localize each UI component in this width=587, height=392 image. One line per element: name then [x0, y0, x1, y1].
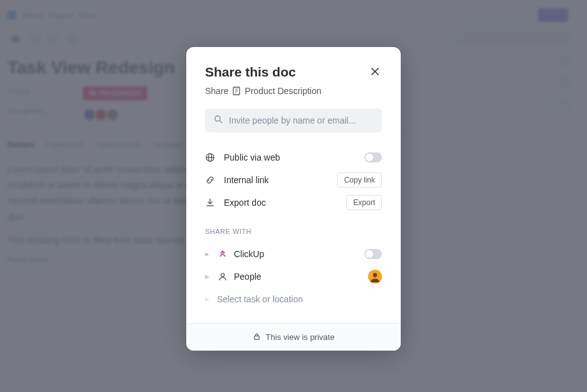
share-row-select[interactable]: ▶ Select task or location [205, 288, 382, 310]
footer-text: This view is private [266, 332, 335, 342]
export-button[interactable]: Export [346, 195, 382, 210]
option-export-label: Export doc [224, 198, 339, 208]
caret-icon: ▶ [205, 296, 211, 302]
option-internal-label: Internal link [224, 175, 330, 185]
document-icon [233, 87, 240, 95]
share-select-label: Select task or location [217, 294, 382, 304]
breadcrumb-doc: Product Description [245, 86, 321, 96]
caret-icon: ▶ [205, 251, 211, 257]
download-icon [205, 198, 216, 208]
share-row-clickup[interactable]: ▶ ClickUp [205, 243, 382, 265]
svg-rect-7 [374, 277, 377, 279]
public-toggle[interactable] [364, 152, 382, 162]
copy-link-button[interactable]: Copy link [337, 172, 382, 188]
share-clickup-label: ClickUp [234, 249, 359, 259]
close-button[interactable] [368, 65, 382, 78]
share-row-people[interactable]: ▶ People [205, 265, 382, 288]
option-public: Public via web [205, 146, 382, 169]
lock-icon [253, 332, 261, 342]
search-icon [214, 115, 223, 126]
caret-icon: ▶ [205, 273, 211, 280]
link-icon [205, 175, 216, 185]
svg-point-6 [373, 273, 377, 277]
breadcrumb-prefix: Share [205, 86, 228, 96]
modal-title: Share this doc [205, 65, 296, 80]
search-box[interactable] [205, 109, 382, 132]
globe-icon [205, 152, 216, 162]
svg-rect-8 [254, 336, 258, 339]
person-icon [217, 271, 228, 282]
share-with-label: SHARE WITH [205, 228, 382, 235]
user-avatar[interactable] [368, 270, 382, 283]
share-people-label: People [234, 272, 362, 282]
svg-point-4 [221, 273, 224, 277]
modal-footer: This view is private [186, 323, 401, 351]
share-modal: Share this doc Share Product Description [186, 47, 401, 351]
option-export: Export doc Export [205, 191, 382, 214]
invite-input[interactable] [229, 115, 373, 125]
option-internal: Internal link Copy link [205, 169, 382, 191]
close-icon [371, 67, 379, 76]
modal-overlay[interactable]: Share this doc Share Product Description [0, 0, 587, 392]
clickup-icon [217, 248, 228, 260]
clickup-toggle[interactable] [364, 249, 382, 259]
option-public-label: Public via web [224, 152, 357, 162]
breadcrumb: Share Product Description [205, 86, 382, 96]
